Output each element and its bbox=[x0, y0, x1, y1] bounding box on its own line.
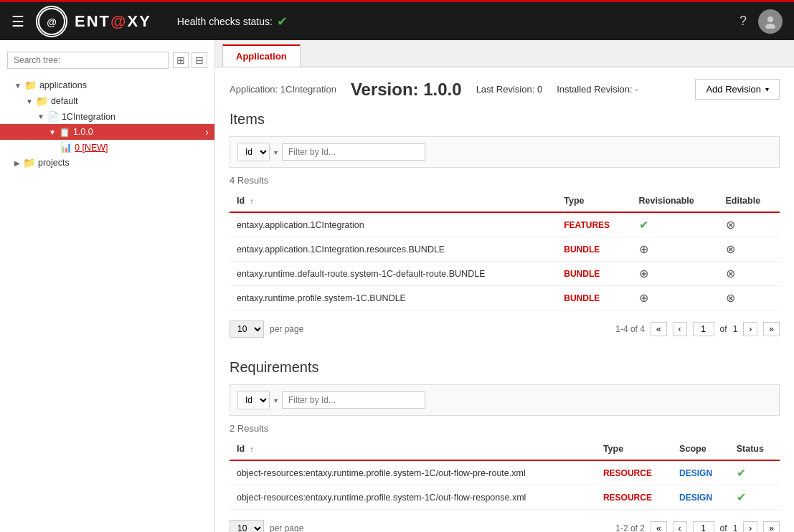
cell-editable: ⊗ bbox=[719, 286, 780, 310]
clipboard-icon-100: 📋 bbox=[59, 127, 70, 138]
caret-applications: ▼ bbox=[14, 82, 22, 90]
tree-item-projects[interactable]: ▶ 📁 projects bbox=[0, 155, 214, 171]
revisionable-circle-icon: ⊕ bbox=[639, 267, 648, 280]
health-status: Health checks status: ✔ bbox=[177, 14, 288, 29]
items-filter-row: Id ▾ bbox=[230, 136, 780, 168]
req-per-page-label: per page bbox=[270, 523, 303, 532]
items-page-input[interactable] bbox=[693, 322, 714, 336]
caret-100: ▼ bbox=[49, 128, 56, 136]
req-first-page-btn[interactable]: « bbox=[651, 521, 667, 532]
folder-icon-default: 📁 bbox=[36, 95, 48, 107]
cell-id: entaxy.application.1CIntegration.resourc… bbox=[230, 237, 557, 262]
items-col-revisionable[interactable]: Revisionable bbox=[632, 190, 719, 212]
search-tree-input[interactable] bbox=[7, 52, 169, 69]
requirements-pagination: 10 per page 1-2 of 2 « ‹ of 1 › » bbox=[230, 516, 780, 532]
avatar[interactable] bbox=[758, 9, 783, 34]
req-col-scope[interactable]: Scope bbox=[672, 438, 729, 460]
requirements-results-count: 2 Results bbox=[230, 423, 780, 434]
items-results-count: 4 Results bbox=[230, 175, 780, 186]
req-col-status[interactable]: Status bbox=[729, 438, 780, 460]
items-last-page-btn[interactable]: » bbox=[763, 322, 780, 336]
req-range-text: 1-2 of 2 bbox=[615, 523, 645, 532]
tree-label-100: 1.0.0 bbox=[73, 127, 93, 137]
svg-text:@: @ bbox=[47, 16, 57, 28]
table-row: entaxy.application.1CIntegration.resourc… bbox=[230, 237, 780, 262]
items-first-page-btn[interactable]: « bbox=[651, 322, 667, 336]
logo: @ ENT@XY bbox=[36, 6, 151, 37]
req-sort-id-icon: ↑ bbox=[250, 445, 254, 453]
items-pagination: 10 per page 1-4 of 4 « ‹ of 1 › » bbox=[230, 316, 780, 342]
req-last-page-btn[interactable]: » bbox=[763, 521, 780, 532]
items-col-editable[interactable]: Editable bbox=[719, 190, 780, 212]
cell-status: ✔ bbox=[729, 485, 780, 510]
logo-circle: @ bbox=[36, 6, 67, 37]
chevron-right-100: › bbox=[205, 126, 209, 138]
tab-application[interactable]: Application bbox=[222, 44, 301, 67]
items-of-label: of bbox=[720, 324, 727, 334]
health-status-label: Health checks status: bbox=[177, 16, 273, 27]
cell-id: entaxy.runtime.profile.system-1C.BUNDLE bbox=[230, 286, 557, 310]
tree-item-1cintegration[interactable]: ▼ 📄 1CIntegration bbox=[0, 109, 214, 124]
nav-icons: ? bbox=[739, 9, 783, 34]
status-check-icon: ✔ bbox=[737, 467, 746, 479]
search-tree-container: ⊞ ⊟ bbox=[0, 46, 214, 75]
help-icon[interactable]: ? bbox=[739, 14, 747, 29]
tree-item-applications[interactable]: ▼ 📁 applications bbox=[0, 77, 214, 93]
items-per-page-label: per page bbox=[270, 324, 303, 334]
installed-revision-label: Installed Revision: - bbox=[557, 84, 638, 95]
editable-icon: ⊗ bbox=[726, 219, 735, 231]
req-total-pages: 1 bbox=[733, 523, 738, 532]
tab-application-label: Application bbox=[236, 51, 287, 62]
items-section-title: Items bbox=[230, 111, 780, 128]
app-name-label: Application: 1CIntegration bbox=[230, 84, 336, 95]
items-prev-page-btn[interactable]: ‹ bbox=[673, 322, 687, 336]
req-col-type[interactable]: Type bbox=[596, 438, 672, 460]
items-next-page-btn[interactable]: › bbox=[743, 322, 757, 336]
req-next-page-btn[interactable]: › bbox=[743, 521, 757, 532]
items-col-id[interactable]: Id ↑ bbox=[230, 190, 557, 212]
items-col-type[interactable]: Type bbox=[557, 190, 631, 212]
items-filter-input[interactable] bbox=[282, 143, 425, 161]
items-per-page-select[interactable]: 10 bbox=[230, 320, 264, 338]
req-col-id[interactable]: Id ↑ bbox=[230, 438, 596, 460]
editable-icon: ⊗ bbox=[726, 267, 735, 280]
tree-controls: ⊞ ⊟ bbox=[173, 52, 207, 68]
cell-status: ✔ bbox=[729, 460, 780, 485]
svg-point-3 bbox=[765, 24, 775, 29]
req-of-label: of bbox=[720, 523, 727, 532]
table-row: entaxy.application.1CIntegration FEATURE… bbox=[230, 212, 780, 237]
expand-tree-icon[interactable]: ⊞ bbox=[173, 52, 189, 68]
revisionable-circle-icon: ⊕ bbox=[639, 292, 648, 304]
req-page-input[interactable] bbox=[693, 521, 714, 532]
items-filter-select[interactable]: Id bbox=[237, 143, 270, 161]
cell-scope: DESIGN bbox=[672, 460, 729, 485]
req-prev-page-btn[interactable]: ‹ bbox=[673, 521, 687, 532]
tree-item-default[interactable]: ▼ 📁 default bbox=[0, 93, 214, 109]
tab-bar: Application bbox=[215, 40, 794, 67]
folder-icon-applications: 📁 bbox=[24, 80, 37, 91]
cell-editable: ⊗ bbox=[719, 237, 780, 262]
cell-type: RESOURCE bbox=[596, 460, 672, 485]
tree: ▼ 📁 applications ▼ 📁 default ▼ 📄 1CInteg… bbox=[0, 75, 214, 174]
last-revision-label: Last Revision: 0 bbox=[476, 84, 543, 95]
hamburger-menu-icon[interactable]: ☰ bbox=[11, 13, 24, 30]
cell-revisionable: ⊕ bbox=[632, 286, 719, 310]
collapse-tree-icon[interactable]: ⊟ bbox=[192, 52, 207, 68]
version-header: Application: 1CIntegration Version: 1.0.… bbox=[230, 79, 780, 100]
items-section: Items Id ▾ 4 Results Id ↑ bbox=[230, 111, 780, 342]
req-per-page-select[interactable]: 10 bbox=[230, 520, 264, 532]
cell-type: BUNDLE bbox=[557, 237, 631, 262]
tree-item-100[interactable]: ▼ 📋 1.0.0 › bbox=[0, 124, 214, 140]
caret-1cintegration: ▼ bbox=[37, 113, 44, 120]
requirements-filter-select[interactable]: Id bbox=[237, 391, 270, 409]
requirements-filter-input[interactable] bbox=[282, 391, 425, 409]
layout: ⊞ ⊟ ▼ 📁 applications ▼ 📁 default ▼ 📄 1CI… bbox=[0, 40, 794, 532]
table-row: object-resources:entaxy.runtime.profile.… bbox=[230, 485, 780, 510]
table-row: object-resources:entaxy.runtime.profile.… bbox=[230, 460, 780, 485]
items-filter-chevron-icon: ▾ bbox=[274, 148, 278, 156]
tree-item-new[interactable]: 📊 0 [NEW] bbox=[0, 140, 214, 155]
add-revision-button[interactable]: Add Revision ▾ bbox=[695, 79, 780, 100]
tree-label-default: default bbox=[51, 96, 78, 106]
cell-id: object-resources:entaxy.runtime.profile.… bbox=[230, 485, 596, 510]
cell-type: BUNDLE bbox=[557, 286, 631, 310]
